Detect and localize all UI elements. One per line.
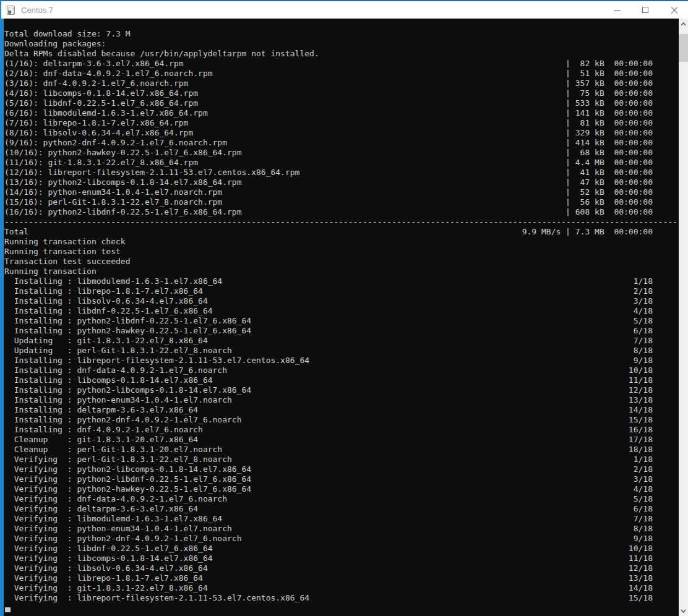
terminal-cursor [5, 607, 11, 612]
terminal-line: Installing : libsolv-0.6.34-4.el7.x86_64… [4, 296, 679, 306]
scrollbar-thumb[interactable] [679, 34, 688, 62]
terminal-line: Installing : python-enum34-1.0.4-1.el7.n… [4, 395, 679, 405]
scrollbar-up-button[interactable] [679, 19, 688, 29]
terminal-line: Verifying : dnf-data-4.0.9.2-1.el7_6.noa… [4, 494, 679, 504]
terminal-line: Installing : python2-hawkey-0.22.5-1.el7… [4, 326, 679, 336]
terminal-line: Verifying : python2-dnf-4.0.9.2-1.el7_6.… [4, 534, 679, 544]
terminal-line: (5/16): libdnf-0.22.5-1.el7_6.x86_64.rpm… [4, 98, 679, 108]
terminal-line: (11/16): git-1.8.3.1-22.el7_8.x86_64.rpm… [4, 158, 679, 168]
terminal-line: Installing : deltarpm-3.6-3.el7.x86_6414… [4, 405, 679, 415]
terminal-line: (15/16): perl-Git-1.8.3.1-22.el7_8.noarc… [4, 197, 679, 207]
terminal-line: Total download size: 7.3 M [4, 29, 679, 39]
terminal-line: (16/16): python2-libdnf-0.22.5-1.el7_6.x… [4, 207, 679, 217]
terminal-line: Installing : libreport-filesystem-2.1.11… [4, 356, 679, 366]
terminal-line: Running transaction test [4, 247, 679, 257]
console-window-icon [7, 6, 15, 15]
terminal-line: (7/16): librepo-1.8.1-7.el7.x86_64.rpm| … [4, 118, 679, 128]
window-title: Centos 7 [21, 6, 53, 15]
chevron-up-icon [681, 22, 686, 26]
terminal-line: Installing : libdnf-0.22.5-1.el7_6.x86_6… [4, 306, 679, 316]
terminal-line: Verifying : git-1.8.3.1-22.el7_8.x86_641… [4, 583, 679, 593]
chevron-down-icon [681, 609, 686, 613]
console-window: Centos 7 Total download size: 7.3 MDownl… [0, 0, 688, 616]
terminal-line: (9/16): python2-dnf-4.0.9.2-1.el7_6.noar… [4, 138, 679, 148]
terminal-line: Updating : perl-Git-1.8.3.1-22.el7_8.noa… [4, 346, 679, 356]
minimize-button[interactable] [603, 1, 631, 19]
terminal-line: Verifying : libreport-filesystem-2.1.11-… [4, 593, 679, 603]
terminal-line: (14/16): python-enum34-1.0.4-1.el7.noarc… [4, 187, 679, 197]
terminal-output[interactable]: Total download size: 7.3 MDownloading pa… [0, 19, 679, 616]
window-body: Total download size: 7.3 MDownloading pa… [0, 19, 688, 616]
title-bar[interactable]: Centos 7 [0, 1, 688, 19]
scrollbar-track[interactable] [679, 29, 688, 605]
terminal-line: Cleanup : git-1.8.3.1-20.el7.x86_6417/18 [4, 435, 679, 445]
terminal-line: Verifying : python2-libdnf-0.22.5-1.el7_… [4, 474, 679, 484]
scrollbar-down-button[interactable] [679, 605, 688, 616]
terminal-line: (10/16): python2-hawkey-0.22.5-1.el7_6.x… [4, 148, 679, 158]
terminal-line: Verifying : deltarpm-3.6-3.el7.x86_64 6/… [4, 504, 679, 514]
terminal-line: Verifying : python2-libcomps-0.1.8-14.el… [4, 464, 679, 474]
terminal-line: Verifying : libsolv-0.6.34-4.el7.x86_641… [4, 563, 679, 573]
terminal-line: Installing : libcomps-0.1.8-14.el7.x86_6… [4, 375, 679, 385]
terminal-line: Installing : libmodulemd-1.6.3-1.el7.x86… [4, 276, 679, 286]
terminal-line: (3/16): dnf-4.0.9.2-1.el7_6.noarch.rpm| … [4, 79, 679, 88]
terminal-line: Running transaction check [4, 237, 679, 247]
terminal-line: (4/16): libcomps-0.1.8-14.el7.x86_64.rpm… [4, 88, 679, 98]
close-button[interactable] [660, 1, 688, 19]
terminal-line: (6/16): libmodulemd-1.6.3-1.el7.x86_64.r… [4, 108, 679, 118]
scrollbar[interactable] [679, 19, 688, 616]
terminal-line: Verifying : libcomps-0.1.8-14.el7.x86_64… [4, 554, 679, 563]
terminal-line: Installing : python2-libcomps-0.1.8-14.e… [4, 385, 679, 395]
terminal-line: Running transaction [4, 267, 679, 276]
terminal-line: Installing : dnf-4.0.9.2-1.el7_6.noarch1… [4, 425, 679, 435]
terminal-line: Delta RPMs disabled because /usr/bin/app… [4, 49, 679, 59]
terminal-line: Cleanup : perl-Git-1.8.3.1-20.el7.noarch… [4, 445, 679, 455]
terminal-line: Verifying : python2-hawkey-0.22.5-1.el7_… [4, 484, 679, 494]
terminal-line: Installing : python2-dnf-4.0.9.2-1.el7_6… [4, 415, 679, 425]
terminal-line: Installing : python2-libdnf-0.22.5-1.el7… [4, 316, 679, 326]
terminal-line: (13/16): python2-libcomps-0.1.8-14.el7.x… [4, 178, 679, 187]
cursor-row [4, 603, 679, 613]
minimize-icon [614, 10, 621, 11]
terminal-line: Installing : librepo-1.8.1-7.el7.x86_64 … [4, 286, 679, 296]
terminal-line: Updating : git-1.8.3.1-22.el7_8.x86_64 7… [4, 336, 679, 346]
terminal-line: Installing : dnf-data-4.0.9.2-1.el7_6.no… [4, 366, 679, 375]
terminal-line: Verifying : python-enum34-1.0.4-1.el7.no… [4, 524, 679, 534]
terminal-line: Verifying : libmodulemd-1.6.3-1.el7.x86_… [4, 514, 679, 524]
terminal-line: (1/16): deltarpm-3.6-3.el7.x86_64.rpm| 8… [4, 59, 679, 69]
terminal-line: (2/16): dnf-data-4.0.9.2-1.el7_6.noarch.… [4, 69, 679, 79]
terminal-line: (8/16): libsolv-0.6.34-4.el7.x86_64.rpm|… [4, 128, 679, 138]
maximize-icon [642, 7, 648, 13]
terminal-line: (12/16): libreport-filesystem-2.1.11-53.… [4, 168, 679, 178]
terminal-line: Downloading packages: [4, 39, 679, 49]
maximize-button[interactable] [631, 1, 660, 19]
separator-line: ----------------------------------------… [4, 217, 679, 227]
close-icon [671, 7, 677, 14]
terminal-line: Transaction test succeeded [4, 257, 679, 267]
terminal-line: Verifying : perl-Git-1.8.3.1-22.el7_8.no… [4, 455, 679, 464]
terminal-line: Verifying : librepo-1.8.1-7.el7.x86_6413… [4, 573, 679, 583]
terminal-line: Total9.9 MB/s | 7.3 MB 00:00:00 [4, 227, 679, 237]
terminal-lines: Total download size: 7.3 MDownloading pa… [4, 29, 679, 603]
terminal-line: Verifying : libdnf-0.22.5-1.el7_6.x86_64… [4, 544, 679, 554]
